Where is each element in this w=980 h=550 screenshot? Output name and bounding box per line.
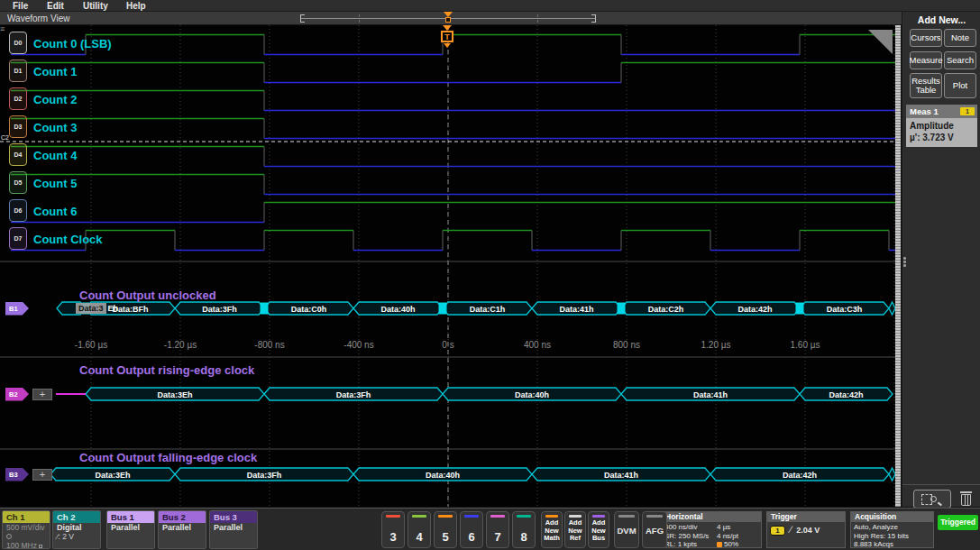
- bus-value: Data:3Eh: [157, 390, 192, 399]
- pan-right-bracket[interactable]: [591, 14, 596, 23]
- meas1-badge[interactable]: Meas 1 1 Amplitude µ': 3.723 V: [906, 105, 977, 147]
- channel-button-6[interactable]: 6: [460, 511, 483, 548]
- corner-fold-icon[interactable]: [868, 30, 893, 54]
- horizontal-position: 50%: [717, 540, 758, 549]
- digital-channel-badge-D2[interactable]: D2: [9, 87, 27, 110]
- trigger-source-badge: 1: [770, 526, 785, 536]
- menu-edit[interactable]: Edit: [47, 0, 64, 12]
- waveform-canvas: Data:BFhData:3FhData:C0hData:40hData:C1h…: [0, 25, 895, 507]
- digital-trace-D1: [11, 63, 895, 83]
- vertical-ruler-scrollbar[interactable]: [895, 25, 901, 507]
- digital-channel-label-D6[interactable]: Count 6: [33, 205, 77, 218]
- trigger-marker[interactable]: T: [441, 25, 455, 49]
- time-axis-label: 1.20 µs: [701, 340, 730, 350]
- trigger-marker-icon: [444, 43, 451, 48]
- bus-expand-button-B2[interactable]: +: [32, 389, 52, 400]
- c2-position-label[interactable]: C2: [1, 134, 9, 141]
- bus-value: Data:3Fh: [247, 471, 282, 480]
- digital-channel-label-D2[interactable]: Count 2: [33, 93, 77, 106]
- waveform-plot[interactable]: Data:BFhData:3FhData:C0hData:40hData:C1h…: [0, 25, 895, 507]
- acquisition-mode: Auto, Analyze: [854, 523, 930, 532]
- trash-icon: [960, 491, 972, 493]
- trigger-slope-icon: ∕: [790, 524, 792, 535]
- add-new-measure-button[interactable]: Measure: [910, 51, 942, 69]
- delete-button[interactable]: [958, 490, 975, 509]
- sample-rate: SR: 250 MS/s: [664, 532, 717, 541]
- add-new-note-button[interactable]: Note: [944, 29, 976, 47]
- digital-channel-label-D3[interactable]: Count 3: [33, 121, 77, 134]
- button-color-stripe: [545, 515, 558, 518]
- channel-badge-title: Bus 2: [159, 511, 206, 523]
- digital-channel-badge-D0[interactable]: D0: [9, 32, 27, 54]
- pan-left-bracket[interactable]: [300, 14, 305, 23]
- bus-transition-block: [439, 303, 447, 315]
- menu-file[interactable]: File: [13, 0, 28, 12]
- add-new-bus-button[interactable]: AddNewBus: [588, 511, 609, 548]
- add-new-math-button[interactable]: AddNewMath: [541, 511, 563, 548]
- channel-color-stripe: [490, 515, 505, 518]
- add-new-results-table-button[interactable]: Results Table: [910, 73, 942, 98]
- digital-channel-badge-D7[interactable]: D7: [9, 227, 27, 250]
- acquisition-panel[interactable]: Acquisition Auto, Analyze High Res: 15 b…: [850, 511, 934, 548]
- afg-button[interactable]: AFG: [642, 511, 667, 548]
- digital-channel-label-D0[interactable]: Count 0 (LSB): [33, 37, 112, 50]
- horizontal-panel[interactable]: Horizontal 400 ns/div4 µs SR: 250 MS/s4 …: [661, 511, 762, 548]
- channel-badge-bus2[interactable]: Bus 2Parallel: [158, 510, 206, 549]
- digital-channel-label-D7[interactable]: Count Clock: [33, 233, 103, 246]
- digital-channel-badge-D1[interactable]: D1: [9, 60, 27, 82]
- channel-button-7[interactable]: 7: [486, 511, 509, 548]
- bus-expand-button-B3[interactable]: +: [32, 469, 52, 481]
- channel-badge-ch1[interactable]: Ch 1500 mV/div100 MHz: [2, 510, 50, 549]
- digital-channel-label-D1[interactable]: Count 1: [33, 65, 77, 78]
- add-new-panel: Add New... Meas 1 1 Amplitude µ': 3.723 …: [902, 12, 980, 507]
- zoom-overview-button[interactable]: [913, 490, 951, 509]
- bus-value: Data:3Eh: [95, 471, 130, 480]
- digital-channel-badge-D3[interactable]: D3: [9, 115, 27, 138]
- meas1-source-tag: 1: [960, 107, 975, 115]
- menu-utility[interactable]: Utility: [83, 0, 108, 12]
- trigger-panel[interactable]: Trigger 1 ∕ 2.04 V: [766, 511, 846, 548]
- bus-value: Data:C0h: [291, 305, 327, 314]
- channel-badge-ch2[interactable]: Ch 2Digital∕: 2 V: [52, 510, 101, 549]
- plot-grip-icon[interactable]: ≡: [0, 27, 8, 40]
- meas1-body: Amplitude µ': 3.723 V: [906, 118, 977, 147]
- add-new-plot-button[interactable]: Plot: [944, 73, 976, 98]
- digital-channel-badge-D6[interactable]: D6: [9, 199, 27, 222]
- channel-button-5[interactable]: 5: [434, 511, 457, 548]
- channel-badge-bus3[interactable]: Bus 3Parallel: [209, 510, 258, 549]
- bus-transition-block: [261, 303, 269, 315]
- waveform-view-header: Waveform View: [0, 12, 902, 25]
- digital-trace-D2: [11, 91, 895, 111]
- sample-interval: 4 ns/pt: [717, 532, 758, 541]
- digital-channel-label-D5[interactable]: Count 5: [33, 177, 77, 190]
- add-new-ref-button[interactable]: AddNewRef: [564, 511, 586, 548]
- menu-help[interactable]: Help: [126, 0, 146, 12]
- channel-badge-bus1[interactable]: Bus 1Parallel: [106, 510, 155, 549]
- bus-segment: [889, 468, 895, 481]
- time-axis-label: 800 ns: [613, 340, 640, 350]
- acquisition-count: 8.883 kAcqs: [854, 540, 930, 549]
- bus-value: Data:41h: [693, 390, 728, 399]
- probe-icon: [6, 534, 12, 539]
- add-new-cursors-button[interactable]: Cursors: [910, 29, 942, 47]
- bus-value: Data:C1h: [470, 305, 506, 314]
- channel-button-4[interactable]: 4: [408, 511, 431, 548]
- panel-splitter-handle[interactable]: [902, 256, 907, 269]
- horizontal-pan-widget[interactable]: [300, 12, 596, 25]
- time-axis-label: -400 ns: [343, 340, 373, 350]
- trigger-position-icon[interactable]: [445, 17, 451, 23]
- magnifier-icon: [930, 496, 937, 502]
- acquisition-resolution: High Res: 15 bits: [854, 532, 930, 541]
- channel-button-8[interactable]: 8: [512, 511, 536, 548]
- add-new-search-button[interactable]: Search: [944, 51, 976, 69]
- digital-channel-label-D4[interactable]: Count 4: [33, 149, 77, 162]
- channel-color-stripe: [386, 515, 400, 518]
- digital-channel-badge-D5[interactable]: D5: [9, 171, 27, 194]
- time-axis-label: -1.20 µs: [164, 340, 197, 350]
- dvm-button[interactable]: DVM: [614, 511, 639, 548]
- acquisition-title: Acquisition: [851, 512, 933, 522]
- channel-color-stripe: [438, 515, 453, 518]
- digital-channel-badge-D4[interactable]: D4: [9, 143, 27, 166]
- channel-button-3[interactable]: 3: [381, 511, 405, 548]
- bus-trace-B3: Data:3EhData:3FhData:40hData:41hData:42h: [50, 468, 895, 481]
